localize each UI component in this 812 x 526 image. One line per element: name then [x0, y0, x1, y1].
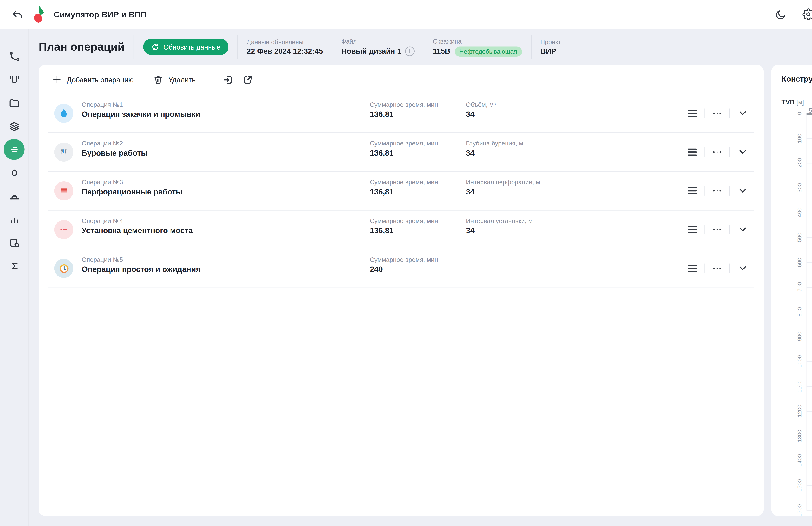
- tvd-axis-label: TVD [м]: [782, 98, 804, 105]
- operation-row-5[interactable]: Операции №5 Операция простоя и ожидания …: [48, 249, 754, 288]
- metric-secondary: Объём, м³34: [466, 101, 496, 119]
- divider: [237, 35, 238, 59]
- page-header: План операций Обновить данные Данные обн…: [29, 29, 812, 65]
- drag-handle-icon[interactable]: [688, 149, 697, 155]
- delete-label: Удалить: [168, 75, 195, 84]
- sidebar-nav: [0, 29, 29, 526]
- sidebar-item-pump-curve[interactable]: [2, 184, 26, 207]
- metric-total-time: Суммарное время, мин136,81: [370, 101, 438, 119]
- sidebar-item-well-completion[interactable]: [2, 68, 26, 91]
- header-actions: Никита Степанов: [760, 6, 812, 23]
- info-icon[interactable]: i: [405, 47, 415, 56]
- sidebar-item-reservoir[interactable]: [2, 161, 26, 184]
- metric-total-time: Суммарное время, мин136,81: [370, 178, 438, 196]
- sidebar-item-files-folder[interactable]: [2, 91, 26, 115]
- meta-well: Скважина 115В Нефтедобывающая: [433, 37, 522, 57]
- chevron-down-icon[interactable]: [737, 187, 748, 195]
- operation-label: Операции №3: [82, 178, 183, 186]
- sidebar-item-operations-plan[interactable]: [3, 139, 25, 160]
- metric-secondary: Интервал установки, м34: [466, 217, 533, 235]
- divider: [423, 35, 424, 59]
- add-operation-label: Добавить операцию: [67, 75, 134, 84]
- construction-title: Конструкция: [782, 75, 812, 84]
- operation-label: Операции №5: [82, 256, 200, 263]
- operation-row-3[interactable]: Операции №3 Перфорационные работы Суммар…: [48, 172, 754, 210]
- more-options-icon[interactable]: [713, 110, 721, 117]
- page-title: План операций: [39, 40, 125, 54]
- chevron-down-icon[interactable]: [737, 225, 748, 234]
- refresh-data-button[interactable]: Обновить данные: [143, 39, 228, 55]
- import-icon[interactable]: [222, 74, 233, 85]
- droplet-icon: [54, 104, 73, 123]
- export-icon[interactable]: [242, 74, 253, 85]
- drill-icon: [54, 143, 73, 162]
- metric-total-time: Суммарное время, мин240: [370, 256, 438, 274]
- metric-total-time: Суммарное время, мин136,81: [370, 217, 438, 235]
- well-schematic-plot[interactable]: 0100200300400500600700800900100011001200…: [807, 113, 812, 511]
- divider: [332, 35, 332, 59]
- drag-handle-icon[interactable]: [688, 226, 697, 233]
- meta-file: Файл Новый дизайн 1 i: [342, 38, 415, 56]
- refresh-button-label: Обновить данные: [163, 43, 220, 50]
- operation-name: Буровые работы: [82, 148, 147, 158]
- toolbar-divider: [209, 73, 209, 86]
- sidebar-item-wellbore-trajectory[interactable]: [2, 45, 26, 68]
- operation-name: Операция простоя и ожидания: [82, 265, 200, 274]
- more-options-icon[interactable]: [713, 265, 721, 272]
- operations-list: Операция №1 Операция закачки и промывки …: [48, 94, 754, 288]
- operation-name: Операция закачки и промывки: [82, 110, 200, 119]
- clock-icon: [54, 259, 73, 278]
- back-arrow-icon[interactable]: [10, 8, 23, 21]
- well-schematic: [807, 113, 812, 511]
- sidebar-item-layers[interactable]: [2, 115, 26, 138]
- well-type-badge: Нефтедобывающая: [454, 46, 522, 56]
- sidebar-item-summary-sigma[interactable]: [2, 254, 26, 277]
- metric-secondary: Глубина бурения, м34: [466, 140, 523, 158]
- drag-handle-icon[interactable]: [688, 265, 697, 272]
- operation-name: Перфорационные работы: [82, 187, 183, 196]
- more-options-icon[interactable]: [713, 188, 721, 194]
- chevron-down-icon[interactable]: [737, 264, 748, 273]
- construction-panel: Конструкция TVD [м] -5 Радиус [м] 5 0100…: [771, 65, 812, 516]
- delete-button[interactable]: Удалить: [154, 75, 196, 84]
- divider: [134, 35, 134, 59]
- meta-data-updated: Данные обновлены 22 Фев 2024 12:32:45: [247, 38, 323, 56]
- divider: [531, 35, 532, 59]
- operation-label: Операции №2: [82, 140, 147, 147]
- perforation-icon: [54, 181, 73, 201]
- logo-droplet-icon: [32, 5, 46, 23]
- drag-handle-icon[interactable]: [688, 110, 697, 117]
- metric-total-time: Суммарное время, мин136,81: [370, 140, 438, 158]
- metric-secondary: Интервал перфорации, м34: [466, 178, 540, 196]
- chevron-down-icon[interactable]: [737, 109, 748, 117]
- add-operation-button[interactable]: Добавить операцию: [53, 75, 134, 84]
- app-root: Симулятор ВИР и ВПП: [0, 0, 812, 526]
- cement-bridge-icon: [54, 220, 73, 239]
- chevron-down-icon[interactable]: [737, 148, 748, 156]
- operation-row-4[interactable]: Операции №4 Установка цементного моста С…: [48, 210, 754, 249]
- operation-name: Установка цементного моста: [82, 226, 193, 235]
- operation-row-2[interactable]: Операции №2 Буровые работы Суммарное вре…: [48, 133, 754, 172]
- more-options-icon[interactable]: [713, 227, 721, 233]
- dark-mode-moon-icon[interactable]: [774, 8, 787, 21]
- operation-label: Операции №4: [82, 217, 193, 224]
- meta-project: Проект ВИР: [540, 38, 561, 56]
- operation-label: Операция №1: [82, 101, 200, 108]
- settings-gear-icon[interactable]: [802, 8, 812, 21]
- operation-row-1[interactable]: Операция №1 Операция закачки и промывки …: [48, 94, 754, 133]
- operations-toolbar: Добавить операцию Удалить: [39, 65, 764, 94]
- more-options-icon[interactable]: [713, 149, 721, 155]
- drag-handle-icon[interactable]: [688, 188, 697, 194]
- sidebar-item-bar-chart[interactable]: [2, 207, 26, 231]
- sidebar-item-report-search[interactable]: [2, 231, 26, 254]
- operations-panel: Добавить операцию Удалить: [39, 65, 764, 516]
- top-header: Симулятор ВИР и ВПП: [0, 0, 812, 29]
- app-title: Симулятор ВИР и ВПП: [54, 10, 146, 19]
